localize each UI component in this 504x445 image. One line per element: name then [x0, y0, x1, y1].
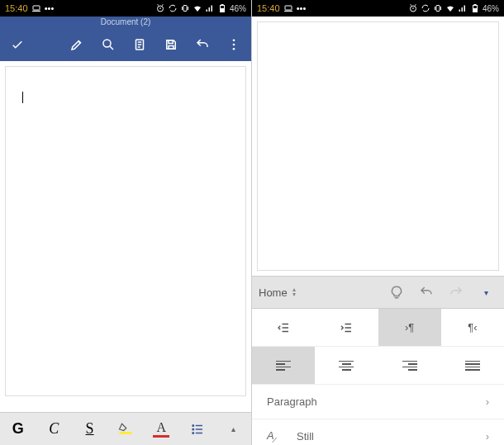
svg-rect-21	[474, 5, 476, 6]
paragraph-menu-row[interactable]: Paragraph ›	[252, 385, 504, 419]
read-mode-icon[interactable]	[129, 34, 150, 55]
chevron-right-icon: ›	[486, 395, 489, 408]
status-bar-left: 15:40 ••• 46%	[0, 0, 251, 17]
svg-rect-8	[169, 40, 173, 44]
align-left-button[interactable]	[252, 347, 315, 384]
svg-rect-0	[33, 6, 40, 10]
wifi-icon	[445, 3, 455, 13]
text-cursor	[22, 92, 23, 103]
signal-icon	[205, 3, 215, 13]
svg-point-14	[193, 424, 194, 426]
status-time: 15:40	[257, 3, 280, 13]
chevron-right-icon: ›	[486, 430, 489, 443]
italic-button[interactable]: C	[36, 413, 71, 445]
svg-point-11	[233, 44, 235, 46]
document-canvas[interactable]	[257, 21, 499, 271]
align-right-button[interactable]	[378, 347, 441, 384]
style-icon: A∕	[267, 429, 287, 444]
paragraph-label: Paragraph	[267, 395, 317, 408]
chevron-updown-icon: ▴▾	[292, 287, 296, 297]
alarm-icon	[408, 3, 418, 13]
wifi-icon	[193, 3, 202, 13]
font-color-button[interactable]: A	[144, 413, 179, 445]
undo-icon[interactable]	[192, 34, 213, 55]
sync-icon	[421, 3, 430, 13]
undo-icon[interactable]	[415, 281, 438, 304]
vibrate-icon	[180, 3, 190, 13]
format-toolbar: G C S A ▴	[0, 412, 251, 445]
document-canvas[interactable]	[5, 66, 246, 396]
svg-rect-22	[473, 9, 477, 12]
battery-pct: 46%	[483, 4, 499, 13]
svg-point-16	[193, 432, 194, 433]
svg-point-12	[233, 48, 235, 50]
align-justify-button[interactable]	[441, 347, 504, 384]
battery-icon	[470, 3, 480, 13]
sync-icon	[168, 3, 178, 13]
menu-dots-icon: •••	[45, 3, 55, 13]
expand-toolbar-icon[interactable]: ▴	[216, 413, 251, 445]
svg-point-6	[103, 40, 111, 47]
bullet-list-button[interactable]	[179, 413, 215, 445]
ltr-paragraph-button[interactable]: ›¶	[378, 309, 441, 346]
rtl-paragraph-button[interactable]: ¶‹	[441, 309, 504, 346]
done-check-icon[interactable]	[7, 34, 28, 55]
laptop-icon	[31, 3, 41, 13]
underline-button[interactable]: S	[72, 413, 107, 445]
save-icon[interactable]	[160, 34, 182, 55]
collapse-ribbon-icon[interactable]: ▾	[474, 281, 497, 304]
laptop-icon	[283, 3, 293, 13]
bold-button[interactable]: G	[0, 413, 36, 445]
increase-indent-button[interactable]	[315, 309, 378, 346]
svg-rect-4	[221, 5, 223, 6]
styles-label: Still	[297, 430, 314, 443]
styles-menu-row[interactable]: A∕ Still ›	[252, 419, 504, 445]
battery-icon	[217, 3, 227, 13]
ribbon-tab-label: Home	[259, 286, 288, 299]
tell-me-icon[interactable]	[385, 281, 408, 304]
svg-rect-13	[119, 432, 131, 434]
svg-point-15	[193, 428, 194, 430]
decrease-indent-button[interactable]	[252, 309, 315, 346]
status-bar-right: 15:40 ••• 46%	[252, 0, 504, 17]
vibrate-icon	[433, 3, 443, 13]
svg-rect-9	[169, 46, 174, 50]
status-time: 15:40	[5, 3, 28, 13]
align-center-button[interactable]	[315, 347, 378, 384]
search-icon[interactable]	[97, 34, 119, 55]
battery-pct: 46%	[230, 4, 246, 13]
ribbon-tab-selector[interactable]: Home ▴▾	[259, 286, 296, 299]
svg-rect-17	[285, 6, 292, 10]
overflow-menu-icon[interactable]	[223, 34, 245, 55]
svg-rect-19	[436, 6, 440, 12]
pen-style-icon[interactable]	[66, 34, 88, 55]
highlight-button[interactable]	[107, 413, 143, 445]
alarm-icon	[155, 3, 165, 13]
ribbon-tab-bar: Home ▴▾ ▾	[252, 276, 504, 309]
menu-dots-icon: •••	[297, 3, 307, 13]
paragraph-options: ›¶ ¶‹	[252, 309, 504, 385]
toolbar-top	[0, 28, 251, 61]
svg-rect-5	[221, 9, 224, 12]
redo-icon[interactable]	[445, 281, 468, 304]
signal-icon	[458, 3, 468, 13]
svg-point-10	[233, 39, 235, 41]
svg-rect-2	[183, 6, 187, 12]
document-title: Document (2)	[0, 17, 251, 28]
